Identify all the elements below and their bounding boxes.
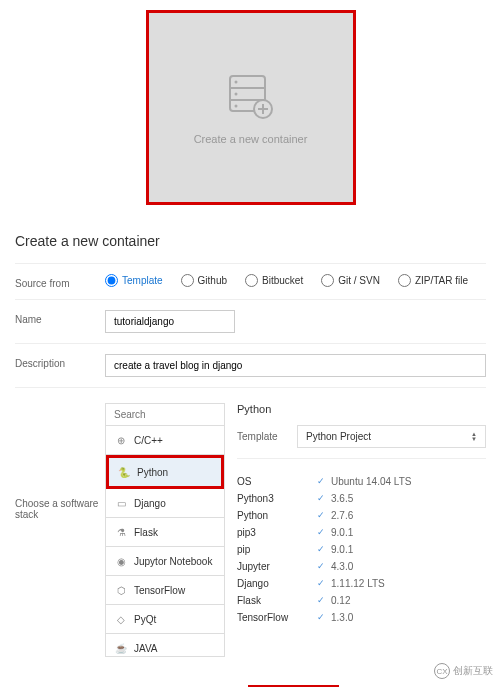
spec-flask: Flask ✓ 0.12: [237, 592, 486, 609]
description-content: [105, 354, 486, 377]
java-icon: ☕: [114, 641, 128, 655]
pyqt-icon: ◇: [114, 612, 128, 626]
spec-jupyter-label: Jupyter: [237, 561, 317, 572]
svg-point-3: [235, 80, 238, 83]
check-icon: ✓: [317, 476, 325, 487]
radio-github-input[interactable]: [181, 274, 194, 287]
source-ziptar-radio[interactable]: ZIP/TAR file: [398, 274, 468, 287]
check-icon: ✓: [317, 527, 325, 538]
form-title: Create a new container: [15, 233, 486, 249]
select-arrows-icon: ▲▼: [471, 432, 477, 442]
stack-item-jupyter[interactable]: ◉ Jupytor Notebook: [106, 547, 224, 576]
watermark-icon: CX: [434, 663, 450, 679]
server-plus-icon: [225, 71, 275, 121]
spec-pip-value: 9.0.1: [331, 544, 353, 555]
source-radio-group: Template Github Bitbucket Git / SVN ZIP/…: [105, 274, 486, 287]
stack-label-flask: Flask: [134, 527, 158, 538]
source-gitsvn-radio[interactable]: Git / SVN: [321, 274, 380, 287]
stack-label-python: Python: [137, 467, 168, 478]
stack-label-java: JAVA: [134, 643, 158, 654]
stack-item-python[interactable]: 🐍 Python: [106, 455, 224, 489]
spec-pip3: pip3 ✓ 9.0.1: [237, 524, 486, 541]
preview-inner: Create a new container: [194, 71, 308, 145]
template-label: Template: [237, 431, 297, 442]
stack-item-django[interactable]: ▭ Django: [106, 489, 224, 518]
stack-label-cpp: C/C++: [134, 435, 163, 446]
spec-python3: Python3 ✓ 3.6.5: [237, 490, 486, 507]
stack-item-cpp[interactable]: ⊕ C/C++: [106, 426, 224, 455]
description-input[interactable]: [105, 354, 486, 377]
jupyter-icon: ◉: [114, 554, 128, 568]
source-bitbucket-radio[interactable]: Bitbucket: [245, 274, 303, 287]
django-icon: ▭: [114, 496, 128, 510]
spec-os-label: OS: [237, 476, 317, 487]
stack-area: ⊕ C/C++ 🐍 Python ▭ Django ⚗ Flask: [105, 403, 486, 657]
stack-details-title: Python: [237, 403, 486, 415]
radio-template-input[interactable]: [105, 274, 118, 287]
spec-django: Django ✓ 1.11.12 LTS: [237, 575, 486, 592]
spec-pip3-label: pip3: [237, 527, 317, 538]
flask-icon: ⚗: [114, 525, 128, 539]
preview-text: Create a new container: [194, 133, 308, 145]
spec-os-value: Ubuntu 14.04 LTS: [331, 476, 411, 487]
stack-label-pyqt: PyQt: [134, 614, 156, 625]
spec-tensorflow: TensorFlow ✓ 1.3.0: [237, 609, 486, 626]
name-content: [105, 310, 486, 333]
radio-bitbucket-input[interactable]: [245, 274, 258, 287]
stack-item-pyqt[interactable]: ◇ PyQt: [106, 605, 224, 634]
cpp-icon: ⊕: [114, 433, 128, 447]
spec-python-label: Python: [237, 510, 317, 521]
spec-os: OS ✓ Ubuntu 14.04 LTS: [237, 473, 486, 490]
spec-tensorflow-value: 1.3.0: [331, 612, 353, 623]
check-icon: ✓: [317, 578, 325, 589]
spec-python: Python ✓ 2.7.6: [237, 507, 486, 524]
description-label: Description: [15, 354, 105, 369]
choose-stack-label: Choose a software stack: [15, 398, 105, 520]
stack-item-tensorflow[interactable]: ⬡ TensorFlow: [106, 576, 224, 605]
container-preview-card[interactable]: Create a new container: [146, 10, 356, 205]
check-icon: ✓: [317, 493, 325, 504]
radio-gitsvn-input[interactable]: [321, 274, 334, 287]
container-icon: [225, 71, 275, 121]
check-icon: ✓: [317, 544, 325, 555]
footer: Cancel Create: [15, 667, 486, 687]
svg-point-4: [235, 92, 238, 95]
source-row: Source from Template Github Bitbucket Gi…: [15, 263, 486, 299]
check-icon: ✓: [317, 612, 325, 623]
radio-bitbucket-label: Bitbucket: [262, 275, 303, 286]
form-section: Create a new container Source from Templ…: [0, 225, 501, 687]
check-icon: ✓: [317, 561, 325, 572]
name-input[interactable]: [105, 310, 235, 333]
radio-ziptar-input[interactable]: [398, 274, 411, 287]
source-github-radio[interactable]: Github: [181, 274, 227, 287]
spec-tensorflow-label: TensorFlow: [237, 612, 317, 623]
name-row: Name: [15, 299, 486, 343]
check-icon: ✓: [317, 510, 325, 521]
radio-github-label: Github: [198, 275, 227, 286]
spec-python3-value: 3.6.5: [331, 493, 353, 504]
watermark-text: 创新互联: [453, 664, 493, 678]
search-input[interactable]: [106, 404, 224, 426]
stack-list[interactable]: ⊕ C/C++ 🐍 Python ▭ Django ⚗ Flask: [106, 426, 224, 656]
name-label: Name: [15, 310, 105, 325]
stack-label-tensorflow: TensorFlow: [134, 585, 185, 596]
source-template-radio[interactable]: Template: [105, 274, 163, 287]
spec-jupyter: Jupyter ✓ 4.3.0: [237, 558, 486, 575]
stack-item-java[interactable]: ☕ JAVA: [106, 634, 224, 656]
template-row: Template Python Project ▲▼: [237, 425, 486, 459]
spec-pip3-value: 9.0.1: [331, 527, 353, 538]
stack-label-jupyter: Jupytor Notebook: [134, 556, 212, 567]
radio-ziptar-label: ZIP/TAR file: [415, 275, 468, 286]
spec-flask-value: 0.12: [331, 595, 350, 606]
check-icon: ✓: [317, 595, 325, 606]
template-select[interactable]: Python Project ▲▼: [297, 425, 486, 448]
stack-item-flask[interactable]: ⚗ Flask: [106, 518, 224, 547]
stack-details: Python Template Python Project ▲▼ OS ✓ U…: [237, 403, 486, 657]
source-label: Source from: [15, 274, 105, 289]
template-value: Python Project: [306, 431, 371, 442]
spec-django-value: 1.11.12 LTS: [331, 578, 385, 589]
spec-pip: pip ✓ 9.0.1: [237, 541, 486, 558]
stack-list-wrap: ⊕ C/C++ 🐍 Python ▭ Django ⚗ Flask: [105, 403, 225, 657]
spec-python-value: 2.7.6: [331, 510, 353, 521]
python-icon: 🐍: [117, 465, 131, 479]
